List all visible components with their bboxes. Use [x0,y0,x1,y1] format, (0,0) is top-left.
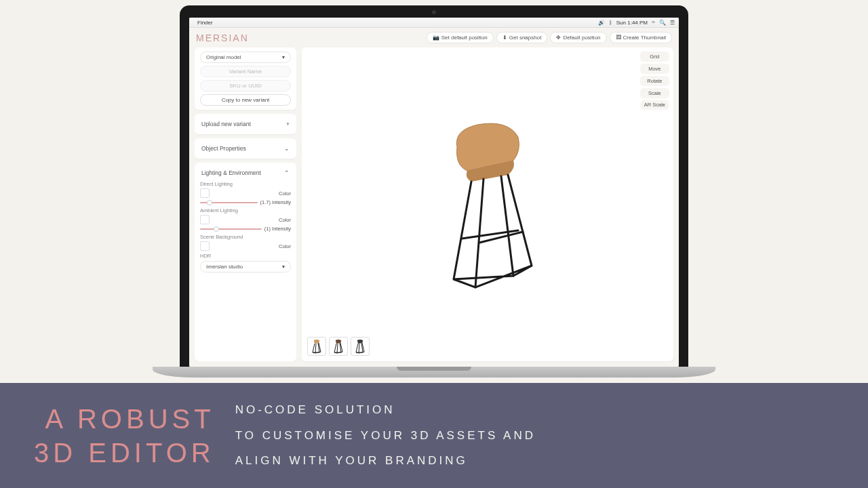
get-snapshot-button[interactable]: ⬇Get snapshot [496,32,548,43]
target-icon: ✥ [556,35,561,41]
camera-dot [432,10,436,14]
screen-frame: Finder 🔊 ᛒ Sun 1:44 PM ⌔ 🔍 ☰ MERSIAN 📷Se… [180,5,688,367]
mac-menubar: Finder 🔊 ᛒ Sun 1:44 PM ⌔ 🔍 ☰ [189,18,679,28]
banner-headline: A ROBUST 3D EDITOR [34,402,215,470]
top-actions: 📷Set default position ⬇Get snapshot ✥Def… [427,32,672,43]
scene-bg-label: Scene Background [200,234,291,240]
variant-thumb[interactable] [351,337,370,356]
ambient-lighting-color[interactable] [200,215,210,224]
editor-app: MERSIAN 📷Set default position ⬇Get snaps… [189,28,679,367]
lighting-env-panel: Lighting & Environment ⌃ Direct Lighting… [195,163,296,361]
laptop-base [153,367,715,378]
sku-input[interactable]: SKU or UUID [200,80,291,92]
ambient-intensity-slider[interactable] [200,228,262,230]
variant-name-input[interactable]: Variant Name [200,66,291,77]
chevron-down-icon: ▾ [282,264,285,270]
hdr-label: HDR [200,253,291,259]
chevron-up-icon: ⌃ [284,169,290,176]
ambient-lighting-label: Ambient Lighting [200,207,291,214]
set-default-position-button[interactable]: 📷Set default position [427,32,494,43]
wifi-icon: ⌔ [652,20,655,26]
banner-sub: NO-CODE SOLUTION TO CUSTOMISE YOUR 3D AS… [235,397,536,473]
menu-icon: ☰ [670,20,675,26]
variant-thumb[interactable] [329,337,348,356]
app-body: Original model ▾ Variant Name SKU or UUI… [189,47,679,367]
scene-bg-color[interactable] [200,241,210,251]
default-position-button[interactable]: ✥Default position [550,32,606,43]
object-properties-accordion[interactable]: Object Properties ⌄ [195,138,296,159]
plus-icon: + [286,121,290,127]
sidebar: Original model ▾ Variant Name SKU or UUI… [195,47,296,361]
upload-variant-row[interactable]: Upload new variant + [195,114,296,134]
copy-variant-button[interactable]: Copy to new variant [200,94,291,106]
variant-panel: Original model ▾ Variant Name SKU or UUI… [195,47,296,110]
screen: Finder 🔊 ᛒ Sun 1:44 PM ⌔ 🔍 ☰ MERSIAN 📷Se… [189,18,679,367]
variant-thumbs [307,337,370,356]
variant-thumb[interactable] [307,337,326,356]
volume-icon: 🔊 [598,20,605,26]
create-thumbnail-button[interactable]: 🖼Create Thumbnail [610,32,672,43]
caption-banner: A ROBUST 3D EDITOR NO-CODE SOLUTION TO C… [0,383,868,488]
canvas[interactable] [302,47,673,361]
viewport[interactable]: Grid Move Rotate Scale AR Scale [302,47,673,361]
chevron-down-icon: ▾ [282,54,285,60]
direct-lighting-color[interactable] [200,188,210,198]
image-icon: 🖼 [616,35,621,41]
camera-icon: 📷 [433,35,439,41]
menubar-time: Sun 1:44 PM [616,20,648,26]
model-select[interactable]: Original model ▾ [200,52,291,63]
lighting-env-header[interactable]: Lighting & Environment ⌃ [200,167,291,179]
laptop-notch [397,367,471,371]
bluetooth-icon: ᛒ [609,20,612,26]
model-preview [427,110,549,300]
download-icon: ⬇ [502,35,507,41]
laptop-mockup: Finder 🔊 ᛒ Sun 1:44 PM ⌔ 🔍 ☰ MERSIAN 📷Se… [180,5,688,378]
menubar-app: Finder [197,20,213,26]
app-logo: MERSIAN [196,33,249,43]
direct-intensity-slider[interactable] [200,202,258,203]
direct-lighting-label: Direct Lighting [200,181,291,187]
search-icon: 🔍 [659,20,666,26]
hdr-select[interactable]: Imersian studio ▾ [200,261,291,272]
app-header: MERSIAN 📷Set default position ⬇Get snaps… [189,28,679,47]
chevron-down-icon: ⌄ [284,145,290,152]
